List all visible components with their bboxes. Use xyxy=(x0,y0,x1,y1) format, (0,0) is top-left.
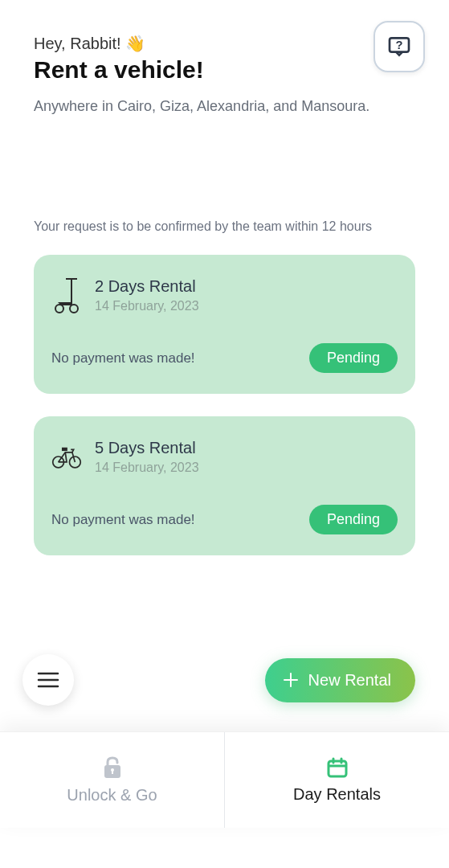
header: Hey, Rabbit! 👋 Rent a vehicle! Anywhere … xyxy=(0,0,449,115)
svg-rect-3 xyxy=(66,278,77,280)
nav-tab-day-rentals[interactable]: Day Rentals xyxy=(225,732,449,828)
payment-status: No payment was made! xyxy=(51,512,195,528)
help-chat-icon: ? xyxy=(386,34,412,59)
menu-button[interactable] xyxy=(22,654,74,706)
rental-date: 14 February, 2023 xyxy=(95,299,199,313)
rental-date: 14 February, 2023 xyxy=(95,461,199,475)
rental-card[interactable]: 2 Days Rental 14 February, 2023 No payme… xyxy=(34,255,415,394)
confirmation-notice: Your request is to be confirmed by the t… xyxy=(34,219,415,234)
svg-text:?: ? xyxy=(396,39,403,51)
nav-tab-unlock[interactable]: Unlock & Go xyxy=(0,732,225,828)
plus-icon xyxy=(283,672,299,688)
action-row: New Rental xyxy=(0,654,449,706)
status-badge: Pending xyxy=(309,343,398,373)
scooter-icon xyxy=(51,276,82,314)
card-footer: No payment was made! Pending xyxy=(51,505,398,534)
card-header: 5 Days Rental 14 February, 2023 xyxy=(51,437,398,476)
nav-label-unlock: Unlock & Go xyxy=(67,786,157,805)
new-rental-label: New Rental xyxy=(308,671,391,690)
rental-card[interactable]: 5 Days Rental 14 February, 2023 No payme… xyxy=(34,416,415,555)
bottom-nav: Unlock & Go Day Rentals xyxy=(0,731,449,828)
svg-rect-2 xyxy=(71,278,72,302)
page-title: Rent a vehicle! xyxy=(34,56,415,84)
rental-title: 5 Days Rental xyxy=(95,439,199,457)
svg-rect-16 xyxy=(112,770,113,774)
svg-rect-8 xyxy=(63,448,67,451)
help-button[interactable]: ? xyxy=(373,21,425,72)
subtitle-text: Anywhere in Cairo, Giza, Alexandria, and… xyxy=(34,98,415,115)
rental-title: 2 Days Rental xyxy=(95,277,199,296)
bicycle-icon xyxy=(51,437,82,476)
nav-label-day-rentals: Day Rentals xyxy=(293,785,381,804)
card-header: 2 Days Rental 14 February, 2023 xyxy=(51,276,398,314)
payment-status: No payment was made! xyxy=(51,350,195,366)
svg-point-5 xyxy=(70,305,78,313)
hamburger-icon xyxy=(37,671,59,689)
svg-rect-17 xyxy=(329,761,346,776)
lock-icon xyxy=(102,755,123,780)
new-rental-button[interactable]: New Rental xyxy=(265,658,415,702)
calendar-icon xyxy=(326,756,349,779)
card-footer: No payment was made! Pending xyxy=(51,343,398,373)
content-area: Your request is to be confirmed by the t… xyxy=(0,219,449,555)
status-badge: Pending xyxy=(309,505,398,534)
svg-point-4 xyxy=(55,305,63,313)
greeting-text: Hey, Rabbit! 👋 xyxy=(34,34,415,53)
